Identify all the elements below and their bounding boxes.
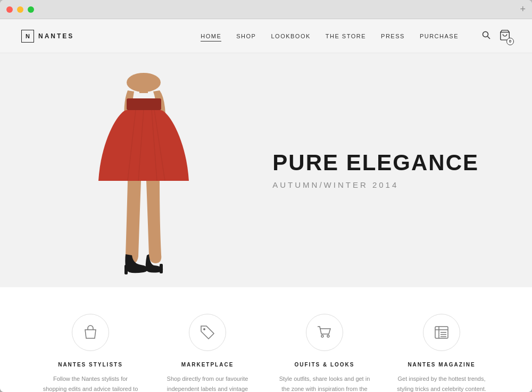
svg-line-1	[488, 37, 491, 39]
nav-the-store[interactable]: THE STORE	[326, 33, 366, 39]
minimize-button[interactable]	[17, 6, 23, 13]
svg-rect-5	[127, 98, 161, 110]
feature-title-magazine: NANTES MAGAZINE	[408, 362, 475, 368]
browser-chrome: +	[0, 0, 532, 19]
svg-point-8	[203, 328, 205, 330]
svg-rect-7	[160, 264, 163, 273]
model-illustration	[69, 53, 218, 287]
page-content: N NANTES HOME SHOP LOOKBOOK THE STORE PR…	[0, 19, 532, 392]
outfits-icon-circle	[306, 314, 343, 351]
new-tab-button[interactable]: +	[520, 4, 526, 15]
nav-icons: 0	[482, 29, 511, 43]
nav-shop[interactable]: SHOP	[236, 33, 256, 39]
feature-desc-marketplace: Shop directly from our favourite indepen…	[160, 374, 255, 392]
feature-nantes-stylists: NANTES STYLISTS Follow the Nantes stylis…	[43, 314, 138, 392]
maximize-button[interactable]	[28, 6, 34, 13]
logo-name: NANTES	[38, 32, 74, 40]
feature-marketplace: MARKETPLACE Shop directly from our favou…	[160, 314, 255, 392]
svg-point-10	[327, 335, 329, 337]
features-section: NANTES STYLISTS Follow the Nantes stylis…	[0, 287, 532, 392]
feature-outfits: OUFITS & LOOKS Style outfits, share look…	[277, 314, 372, 392]
hero-model	[69, 53, 218, 287]
nav-home[interactable]: HOME	[201, 33, 221, 39]
magazine-icon	[434, 324, 450, 340]
nav-press[interactable]: PRESS	[381, 33, 405, 39]
bag-icon	[82, 324, 98, 340]
main-nav: HOME SHOP LOOKBOOK THE STORE PRESS PURCH…	[201, 29, 511, 43]
hero-section: PURE ELEGANCE AUTUMN/WINTER 2014	[0, 53, 532, 287]
feature-desc-stylists: Follow the Nantes stylists for shopping …	[43, 374, 138, 392]
feature-desc-magazine: Get inspired by the hottest trends, styl…	[394, 374, 489, 392]
logo-area[interactable]: N NANTES	[21, 30, 74, 43]
magazine-icon-circle	[423, 314, 460, 351]
svg-rect-6	[124, 265, 128, 274]
marketplace-icon-circle	[189, 314, 226, 351]
close-button[interactable]	[6, 6, 13, 13]
svg-rect-4	[139, 82, 148, 93]
hero-title: PURE ELEGANCE	[272, 151, 479, 175]
cart-icon	[317, 324, 332, 340]
stylists-icon-circle	[72, 314, 109, 351]
feature-title-outfits: OUFITS & LOOKS	[295, 362, 355, 368]
svg-point-9	[321, 335, 323, 337]
nav-purchase[interactable]: PURCHASE	[420, 33, 459, 39]
site-header: N NANTES HOME SHOP LOOKBOOK THE STORE PR…	[0, 19, 532, 53]
tag-icon	[200, 324, 215, 340]
feature-title-marketplace: MARKETPLACE	[181, 362, 234, 368]
cart-count: 0	[506, 38, 514, 45]
feature-desc-outfits: Style outfits, share looks and get in th…	[277, 374, 372, 392]
logo-box: N	[21, 30, 34, 43]
hero-subtitle: AUTUMN/WINTER 2014	[272, 181, 479, 190]
browser-window: + N NANTES HOME SHOP LOOKBOOK THE STORE …	[0, 0, 532, 392]
search-icon[interactable]	[482, 31, 491, 41]
svg-point-0	[483, 32, 488, 37]
hero-text: PURE ELEGANCE AUTUMN/WINTER 2014	[272, 151, 479, 189]
nav-lookbook[interactable]: LOOKBOOK	[271, 33, 310, 39]
cart-button[interactable]: 0	[499, 29, 511, 43]
feature-title-stylists: NANTES STYLISTS	[58, 362, 123, 368]
feature-magazine: NANTES MAGAZINE Get inspired by the hott…	[394, 314, 489, 392]
